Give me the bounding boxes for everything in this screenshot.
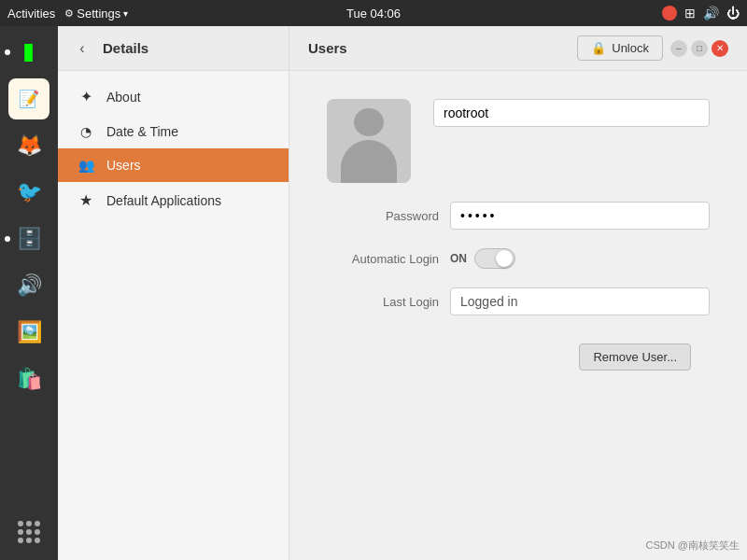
topbar: Activities ⚙ Settings ▾ Tue 04:06 ⊞ 🔊 ⏻ (0, 0, 747, 26)
nav-label-datetime: Date & Time (106, 124, 178, 139)
content-header: Users 🔒 Unlock – □ ✕ (289, 26, 747, 71)
content-header-right: 🔒 Unlock – □ ✕ (577, 35, 728, 61)
chevron-down-icon: ▾ (123, 8, 128, 19)
last-login-value (450, 287, 710, 315)
nav-label-users: Users (106, 158, 141, 173)
close-button[interactable]: ✕ (712, 40, 728, 57)
nav-item-about[interactable]: ✦ About (58, 78, 289, 115)
last-login-row: Last Login (327, 287, 710, 315)
activities-button[interactable]: Activities (7, 7, 55, 21)
sidebar-nav: ✦ About ◔ Date & Time 👥 Users ★ Default … (58, 71, 289, 560)
dock-terminal[interactable]: ▉ (8, 32, 49, 73)
password-input[interactable] (450, 202, 710, 230)
unlock-button[interactable]: 🔒 Unlock (577, 35, 663, 61)
nav-label-about: About (106, 90, 141, 105)
auto-login-toggle[interactable] (474, 248, 515, 269)
password-row: Password (327, 202, 710, 230)
nav-item-users[interactable]: 👥 Users (58, 148, 289, 182)
dock: ▉ 📝 🦊 🐦 🗄️ 🔊 🖼️ 🛍️ (0, 26, 58, 560)
lock-icon: 🔒 (591, 41, 606, 55)
sidebar-header: ‹ Details (58, 26, 289, 71)
user-content: Password Automatic Login ON Last Login (289, 71, 747, 560)
content-area: Users 🔒 Unlock – □ ✕ (289, 26, 747, 560)
sidebar-title: Details (103, 40, 148, 56)
files-icon: 🗄️ (17, 227, 42, 251)
dock-store[interactable]: 🛍️ (8, 358, 49, 399)
network-icon[interactable]: ⊞ (684, 6, 696, 21)
main-layout: ▉ 📝 🦊 🐦 🗄️ 🔊 🖼️ 🛍️ (0, 26, 747, 560)
power-icon[interactable]: ⏻ (726, 6, 740, 21)
nav-item-datetime[interactable]: ◔ Date & Time (58, 115, 289, 148)
about-icon: ✦ (77, 88, 95, 105)
avatar[interactable] (327, 99, 411, 183)
window-controls: – □ ✕ (670, 40, 728, 57)
settings-panel: ‹ Details ✦ About ◔ Date & Time 👥 Users … (58, 26, 747, 560)
back-button[interactable]: ‹ (69, 35, 95, 62)
photos-icon: 🖼️ (17, 320, 42, 344)
password-label: Password (327, 209, 439, 223)
email-icon: 🐦 (17, 180, 42, 204)
username-input[interactable] (433, 99, 710, 127)
maximize-button[interactable]: □ (691, 40, 708, 57)
default-apps-icon: ★ (77, 191, 95, 209)
notification-icon (662, 6, 677, 21)
minimize-button[interactable]: – (670, 40, 687, 57)
sidebar: ‹ Details ✦ About ◔ Date & Time 👥 Users … (58, 26, 289, 560)
firefox-icon: 🦊 (17, 133, 42, 158)
remove-user-button[interactable]: Remove User... (579, 343, 691, 371)
dock-files[interactable]: 🗄️ (8, 218, 49, 259)
nav-label-default-apps: Default Applications (106, 193, 221, 208)
unlock-label: Unlock (612, 41, 649, 55)
content-title: Users (308, 40, 347, 56)
user-fields (433, 99, 710, 127)
dock-files-dot (5, 236, 10, 242)
dock-email[interactable]: 🐦 (8, 172, 49, 213)
auto-login-state: ON (450, 252, 467, 265)
toggle-knob (496, 250, 513, 267)
settings-icon: ⚙ (64, 7, 74, 20)
topbar-clock: Tue 04:06 (346, 7, 401, 21)
auto-login-toggle-container: ON (450, 248, 515, 269)
terminal-icon: ▉ (24, 44, 34, 62)
dock-notepad[interactable]: 📝 (8, 78, 49, 119)
topbar-right: ⊞ 🔊 ⏻ (662, 6, 740, 21)
users-icon: 👥 (77, 158, 95, 173)
topbar-left: Activities ⚙ Settings ▾ (7, 7, 128, 21)
sound-icon: 🔊 (17, 273, 42, 298)
user-info-row (327, 99, 710, 183)
settings-menu[interactable]: ⚙ Settings ▾ (64, 7, 128, 21)
dock-active-dot (5, 49, 10, 55)
notepad-icon: 📝 (19, 89, 39, 109)
apps-grid-icon (18, 521, 40, 543)
volume-icon[interactable]: 🔊 (703, 6, 719, 21)
store-icon: 🛍️ (17, 367, 42, 391)
auto-login-label: Automatic Login (327, 252, 439, 266)
datetime-icon: ◔ (77, 124, 95, 139)
avatar-head (354, 108, 384, 136)
auto-login-row: Automatic Login ON (327, 248, 710, 269)
bottom-bar: Remove User... (327, 334, 710, 380)
last-login-label: Last Login (327, 295, 439, 309)
dock-photos[interactable]: 🖼️ (8, 312, 49, 353)
avatar-body (341, 140, 397, 183)
avatar-silhouette (336, 108, 402, 183)
show-apps-button[interactable] (8, 511, 49, 553)
nav-item-default-apps[interactable]: ★ Default Applications (58, 182, 289, 218)
dock-sound[interactable]: 🔊 (8, 265, 49, 306)
dock-firefox[interactable]: 🦊 (8, 125, 49, 166)
settings-label: Settings (77, 7, 120, 21)
